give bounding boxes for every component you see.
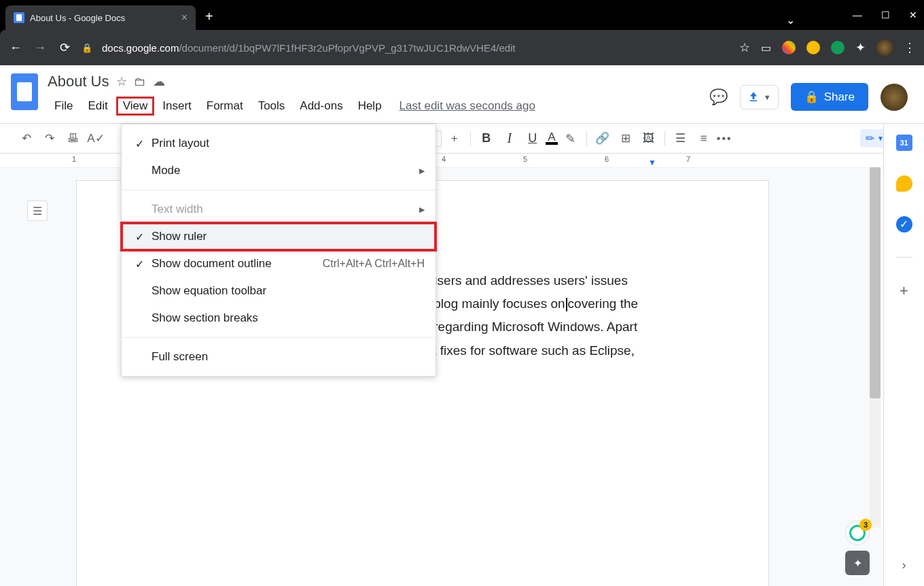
present-arrow-icon — [747, 91, 760, 103]
check-icon: ✓ — [135, 230, 152, 243]
window-controls: — ☐ ✕ — [853, 10, 917, 20]
outline-toggle-icon[interactable]: ☰ — [27, 201, 48, 221]
forward-button[interactable]: → — [33, 41, 48, 55]
docs-header: About Us ☆ 🗀 ☁ File Edit View Insert For… — [0, 65, 924, 124]
reader-icon[interactable]: ▭ — [761, 41, 771, 54]
header-right: 💬 ▼ 🔒 Share — [709, 71, 913, 123]
tasks-icon[interactable]: ✓ — [896, 216, 912, 232]
tab-search-icon[interactable]: ⌄ — [786, 14, 795, 27]
side-panel-collapse-icon[interactable]: › — [902, 558, 906, 572]
menu-tools[interactable]: Tools — [251, 97, 292, 116]
indent-marker-icon[interactable]: ▼ — [648, 158, 656, 167]
menu-addons[interactable]: Add-ons — [293, 97, 349, 116]
vertical-scrollbar[interactable] — [870, 167, 881, 528]
add-addon-icon[interactable]: + — [900, 282, 908, 300]
undo-icon[interactable]: ↶ — [16, 128, 37, 149]
move-folder-icon[interactable]: 🗀 — [134, 75, 146, 89]
menu-item-show-ruler[interactable]: ✓ Show ruler — [122, 223, 436, 250]
lock-icon[interactable]: 🔒 — [82, 43, 92, 53]
menu-format[interactable]: Format — [200, 97, 250, 116]
menu-item-show-section-breaks[interactable]: Show section breaks — [122, 305, 436, 332]
view-menu: ✓ Print layout Mode ▶ Text width ▶ ✓ Sho… — [121, 124, 436, 377]
menu-file[interactable]: File — [48, 97, 79, 116]
address-bar[interactable]: docs.google.com/document/d/1bqPW7lF1fHF3… — [102, 42, 730, 54]
insert-link-icon[interactable]: 🔗 — [592, 128, 613, 149]
present-button[interactable]: ▼ — [740, 85, 779, 109]
menu-item-print-layout[interactable]: ✓ Print layout — [122, 130, 436, 157]
grammarly-icon[interactable]: 3 — [845, 521, 870, 545]
cloud-status-icon[interactable]: ☁ — [153, 74, 165, 89]
explore-button[interactable]: ✦ — [845, 551, 870, 575]
title-row: About Us ☆ 🗀 ☁ — [48, 71, 709, 92]
font-size-increase-icon[interactable]: + — [444, 128, 465, 149]
chevron-down-icon: ▼ — [764, 93, 771, 101]
doc-title[interactable]: About Us — [48, 73, 109, 90]
last-edit-link[interactable]: Last edit was seconds ago — [399, 99, 535, 113]
more-tools-icon[interactable]: ••• — [717, 133, 732, 145]
menu-view[interactable]: View — [116, 97, 155, 116]
spellcheck-icon[interactable]: A✓ — [86, 128, 106, 149]
addr-right: ☆ ▭ ✦ ⋮ — [739, 39, 916, 56]
calendar-icon[interactable]: 31 — [896, 135, 912, 151]
separator — [470, 131, 471, 146]
docs-logo-icon[interactable] — [11, 73, 38, 110]
redo-icon[interactable]: ↷ — [39, 128, 60, 149]
bookmark-star-icon[interactable]: ☆ — [739, 40, 750, 55]
puzzle-icon[interactable]: ✦ — [855, 40, 866, 55]
tab-title: About Us - Google Docs — [30, 13, 176, 23]
line-spacing-icon[interactable]: ≡ — [694, 128, 714, 149]
check-icon: ✓ — [135, 137, 152, 150]
tab-bar: About Us - Google Docs × + ⌄ — ☐ ✕ — [0, 0, 924, 30]
doc-info: About Us ☆ 🗀 ☁ File Edit View Insert For… — [48, 71, 709, 123]
submenu-arrow-icon: ▶ — [419, 167, 425, 175]
minimize-icon[interactable]: — — [853, 10, 862, 20]
extension-icon[interactable] — [806, 41, 820, 54]
maximize-icon[interactable]: ☐ — [881, 10, 890, 20]
new-tab-button[interactable]: + — [196, 3, 223, 30]
underline-button[interactable]: U — [522, 128, 543, 149]
bold-button[interactable]: B — [476, 128, 497, 149]
italic-button[interactable]: I — [499, 128, 520, 149]
separator — [122, 337, 436, 338]
close-window-icon[interactable]: ✕ — [909, 10, 917, 20]
side-panel: 31 ✓ + › — [883, 124, 924, 586]
comments-icon[interactable]: 💬 — [709, 88, 728, 106]
reload-button[interactable]: ⟳ — [57, 40, 72, 55]
profile-avatar-icon[interactable] — [876, 39, 893, 56]
back-button[interactable]: ← — [8, 41, 23, 55]
menu-item-show-outline[interactable]: ✓ Show document outline Ctrl+Alt+A Ctrl+… — [122, 250, 436, 277]
share-label: Share — [824, 90, 855, 104]
print-icon[interactable]: 🖶 — [63, 128, 83, 149]
menubar: File Edit View Insert Format Tools Add-o… — [48, 97, 709, 116]
menu-edit[interactable]: Edit — [81, 97, 114, 116]
keep-icon[interactable] — [896, 175, 912, 192]
star-icon[interactable]: ☆ — [116, 74, 127, 89]
separator — [586, 131, 587, 146]
check-icon: ✓ — [135, 258, 152, 271]
add-comment-icon[interactable]: ⊞ — [616, 128, 636, 149]
insert-image-icon[interactable]: 🖼 — [639, 128, 659, 149]
menu-item-mode[interactable]: Mode ▶ — [122, 157, 436, 184]
extension-icon[interactable] — [782, 41, 796, 54]
docs-favicon-icon — [14, 12, 24, 23]
separator — [122, 190, 436, 190]
extension-icon[interactable] — [831, 41, 845, 54]
menu-item-full-screen[interactable]: Full screen — [122, 343, 436, 370]
lock-icon: 🔒 — [804, 90, 819, 104]
menu-insert[interactable]: Insert — [156, 97, 198, 116]
scrollbar-thumb[interactable] — [870, 167, 881, 398]
browser-tab[interactable]: About Us - Google Docs × — [5, 5, 196, 30]
pen-icon: ✏ — [866, 132, 874, 145]
separator — [664, 131, 665, 146]
menu-help[interactable]: Help — [351, 97, 389, 116]
share-button[interactable]: 🔒 Share — [791, 83, 868, 111]
align-icon[interactable]: ☰ — [671, 128, 691, 149]
menu-item-show-equation[interactable]: Show equation toolbar — [122, 277, 436, 305]
text-cursor — [566, 298, 567, 311]
browser-chrome: About Us - Google Docs × + ⌄ — ☐ ✕ ← → ⟳… — [0, 0, 924, 65]
browser-menu-icon[interactable]: ⋮ — [904, 40, 916, 55]
account-avatar-icon[interactable] — [881, 84, 908, 111]
highlight-icon[interactable]: ✎ — [561, 128, 581, 149]
close-tab-icon[interactable]: × — [181, 12, 188, 24]
text-color-button[interactable]: A — [546, 133, 558, 145]
